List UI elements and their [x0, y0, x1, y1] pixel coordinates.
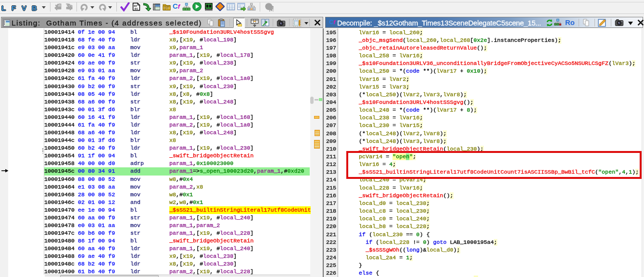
svg-text:01: 01	[135, 7, 138, 11]
svg-text:DT: DT	[164, 6, 169, 10]
